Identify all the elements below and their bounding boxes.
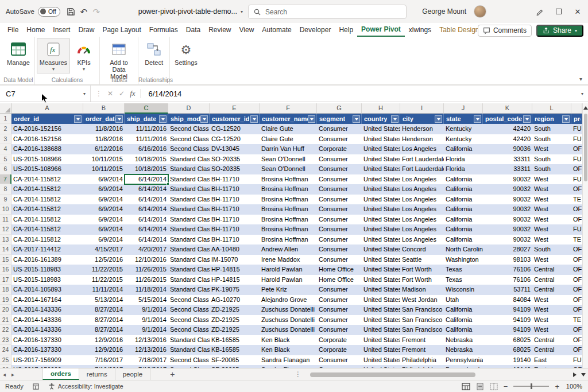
cell-M21[interactable]: TE [571,315,582,325]
cell-E20[interactable]: ZD-21925 [210,305,260,315]
page-layout-view-button[interactable] [476,383,484,390]
normal-view-button[interactable] [462,383,470,390]
cell-G14[interactable]: Consumer [317,244,362,255]
select-all-corner[interactable] [0,103,11,114]
cell-F7[interactable]: Brosina Hoffman [260,174,317,185]
cell-L24[interactable]: Central [532,345,571,355]
cell-E7[interactable]: BH-11710 [210,174,260,185]
cell-D19[interactable]: Second Class [168,295,210,305]
cell-K10[interactable]: 90032 [483,204,532,215]
sheet-tab-people[interactable]: people [115,368,151,380]
scroll-right-icon[interactable] [573,372,577,377]
header-cell-customer_id[interactable]: customer_id [210,114,260,124]
cell-K3[interactable]: 42420 [483,134,532,145]
column-header-B[interactable]: B [83,103,125,114]
cell-L25[interactable]: East [532,355,571,366]
cell-M20[interactable]: OF [571,305,582,315]
header-cell-country[interactable]: country [362,114,400,124]
cell-A18[interactable]: CA-2014-105893 [11,285,83,295]
ribbon-tab-view[interactable]: View [235,23,258,37]
cell-A11[interactable]: CA-2014-115812 [11,215,83,225]
cell-E11[interactable]: BH-11710 [210,215,260,225]
cell-B3[interactable]: 11/8/2016 [83,134,125,145]
cell-J21[interactable]: California [444,315,483,325]
cell-E10[interactable]: BH-11710 [210,204,260,215]
cell-L6[interactable]: South [532,164,571,174]
cell-B7[interactable]: 6/9/2014 [83,174,125,185]
cell-C22[interactable]: 9/1/2014 [125,325,168,335]
cell-C23[interactable]: 12/13/2016 [125,335,168,346]
cell-F15[interactable]: Irene Maddox [260,255,317,265]
cell-I15[interactable]: Seattle [400,255,444,265]
cell-C3[interactable]: 11/11/2016 [125,134,168,145]
cell-E12[interactable]: BH-11710 [210,224,260,235]
cell-D9[interactable]: Standard Class [168,195,210,205]
cell-F23[interactable]: Ken Black [260,335,317,346]
cell-M18[interactable]: OF [571,285,582,295]
cell-I17[interactable]: Fort Worth [400,275,444,285]
cell-K7[interactable]: 90032 [483,174,532,185]
cell-F24[interactable]: Ken Black [260,345,317,355]
cell-A4[interactable]: CA-2016-138688 [11,144,83,154]
cell-I7[interactable]: Los Angeles [400,174,444,185]
cell-I13[interactable]: Los Angeles [400,235,444,245]
ribbon-tab-xlwings[interactable]: xlwings [405,23,435,37]
filter-button[interactable] [74,115,82,123]
ribbon-tab-file[interactable]: File [3,23,22,37]
cell-F16[interactable]: Harold Pawlan [260,265,317,275]
cell-F11[interactable]: Brosina Hoffman [260,215,317,225]
cell-H8[interactable]: United States [362,184,400,195]
cell-D18[interactable]: Standard Class [168,285,210,295]
header-cell-postal_code[interactable]: postal_code [483,114,532,124]
cell-J8[interactable]: California [444,184,483,195]
cell-E4[interactable]: DV-13045 [210,144,260,154]
cell-G15[interactable]: Consumer [317,255,362,265]
cell-L20[interactable]: West [532,305,571,315]
cell-K18[interactable]: 53711 [483,285,532,295]
cell-C6[interactable]: 10/18/2015 [125,164,168,174]
cell-G6[interactable]: Consumer [317,164,362,174]
cell-E23[interactable]: KB-16585 [210,335,260,346]
cell-L5[interactable]: South [532,154,571,165]
cell-C13[interactable]: 6/14/2014 [125,235,168,245]
column-header-A[interactable]: A [11,103,83,114]
name-box[interactable]: C7 ▾ [0,86,91,102]
cell-B12[interactable]: 6/9/2014 [83,224,125,235]
cell-K20[interactable]: 94109 [483,305,532,315]
row-header-11[interactable]: 11 [0,215,11,225]
cell-I10[interactable]: Los Angeles [400,204,444,215]
zoom-level[interactable]: 100% [565,383,582,390]
column-header-J[interactable]: J [444,103,483,114]
cell-B24[interactable]: 12/9/2016 [83,345,125,355]
zoom-in-button[interactable]: + [555,383,559,390]
cell-L7[interactable]: West [532,174,571,185]
share-button[interactable]: Share ▾ [536,25,583,37]
autosave-switch[interactable]: Off [38,7,60,17]
ribbon-tab-data[interactable]: Data [182,23,204,37]
undo-button[interactable]: ↶ [78,5,90,18]
cell-C17[interactable]: 11/26/2015 [125,275,168,285]
cell-B16[interactable]: 11/22/2015 [83,265,125,275]
cell-M10[interactable]: OF [571,204,582,215]
cell-D23[interactable]: Standard Class [168,335,210,346]
cell-B21[interactable]: 8/27/2014 [83,315,125,325]
cell-G17[interactable]: Home Office [317,275,362,285]
cell-J11[interactable]: California [444,215,483,225]
cell-K6[interactable]: 33311 [483,164,532,174]
cell-J18[interactable]: Wisconsin [444,285,483,295]
cell-F8[interactable]: Brosina Hoffman [260,184,317,195]
cell-C8[interactable]: 6/14/2014 [125,184,168,195]
cell-H22[interactable]: United States [362,325,400,335]
cell-E22[interactable]: ZD-21925 [210,325,260,335]
cell-J25[interactable]: Pennsylvania [444,355,483,366]
cell-D24[interactable]: Standard Class [168,345,210,355]
cell-C14[interactable]: 4/20/2017 [125,244,168,255]
search-box[interactable]: Search [248,5,407,19]
cell-H14[interactable]: United States [362,244,400,255]
row-header-13[interactable]: 13 [0,235,11,245]
cell-F18[interactable]: Pete Kriz [260,285,317,295]
cell-D7[interactable]: Standard Class [168,174,210,185]
cell-F2[interactable]: Claire Gute [260,124,317,134]
cell-J15[interactable]: Washington [444,255,483,265]
redo-button[interactable]: ↷ [90,5,103,18]
